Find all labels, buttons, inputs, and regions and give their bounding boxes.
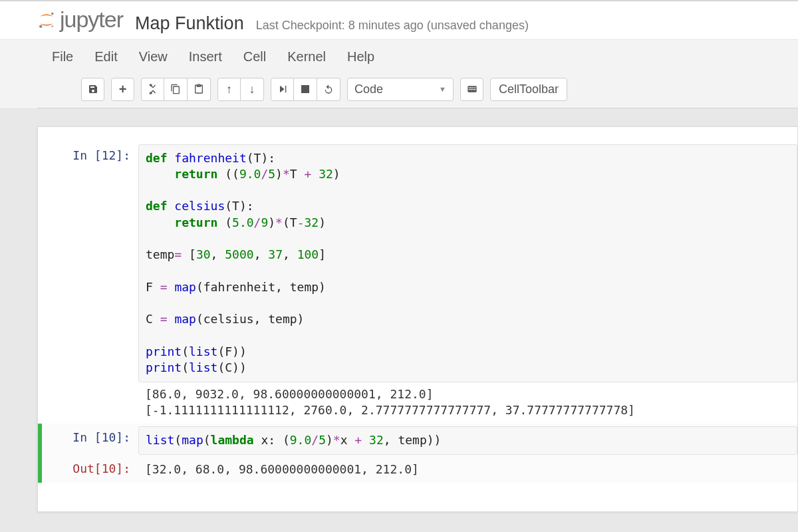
code-cell[interactable]: In [12]: def fahrenheit(T): return ((9.0… [38, 142, 797, 424]
keyboard-icon [467, 84, 477, 94]
input-prompt: In [10]: [42, 426, 138, 454]
move-up-button[interactable]: ↑ [217, 78, 241, 101]
celltype-selected-value: Code [354, 82, 383, 96]
menu-cell[interactable]: Cell [243, 49, 266, 65]
cell-body: list(map(lambda x: (9.0/5)*x + 32, temp)… [138, 426, 797, 454]
cell-toolbar-button[interactable]: CellToolbar [490, 78, 567, 101]
move-down-button[interactable]: ↓ [241, 78, 264, 101]
cell-body: def fahrenheit(T): return ((9.0/5)*T + 3… [138, 144, 797, 422]
menu-kernel[interactable]: Kernel [287, 49, 326, 65]
plus-icon: + [119, 82, 127, 97]
restart-icon [323, 84, 334, 94]
stdout-output: [86.0, 9032.0, 98.60000000000001, 212.0]… [138, 382, 797, 422]
add-cell-button[interactable]: + [111, 78, 134, 101]
notebook-header: jupyter Map Funktion Last Checkpoint: 8 … [0, 0, 798, 40]
step-forward-icon [277, 84, 288, 94]
save-icon [88, 84, 98, 94]
execute-result: [32.0, 68.0, 98.60000000000001, 212.0] [138, 458, 797, 480]
input-prompt: In [12]: [42, 144, 138, 422]
notebook-title[interactable]: Map Funktion [135, 13, 244, 34]
scissors-icon [148, 84, 158, 94]
paste-icon [194, 84, 204, 94]
code-input-area[interactable]: def fahrenheit(T): return ((9.0/5)*T + 3… [138, 144, 797, 382]
stop-icon [301, 85, 309, 93]
copy-icon [170, 84, 181, 94]
menu-help[interactable]: Help [347, 49, 374, 65]
save-button[interactable] [81, 78, 104, 101]
copy-button[interactable] [164, 78, 188, 101]
cell-body: [32.0, 68.0, 98.60000000000001, 212.0] [138, 458, 797, 480]
cell-toolbar-label: CellToolbar [499, 82, 559, 96]
svg-point-1 [39, 25, 42, 27]
jupyter-wordmark: jupyter [60, 7, 123, 33]
paste-button[interactable] [188, 78, 211, 101]
jupyter-logo[interactable]: jupyter [37, 7, 123, 33]
arrow-up-icon: ↑ [226, 82, 232, 96]
menu-insert[interactable]: Insert [189, 49, 222, 65]
code-input-area[interactable]: list(map(lambda x: (9.0/5)*x + 32, temp)… [138, 426, 797, 454]
menu-view[interactable]: View [139, 49, 168, 65]
interrupt-button[interactable] [294, 78, 317, 101]
restart-button[interactable] [317, 78, 340, 101]
menu-edit[interactable]: Edit [94, 49, 117, 65]
celltype-select[interactable]: Code [347, 78, 454, 101]
run-button[interactable] [271, 78, 294, 101]
arrow-down-icon: ↓ [249, 82, 255, 96]
svg-point-0 [51, 12, 54, 15]
output-row: Out[10]: [32.0, 68.0, 98.60000000000001,… [38, 458, 797, 483]
svg-point-2 [51, 25, 53, 27]
output-prompt: Out[10]: [42, 458, 138, 480]
checkpoint-status: Last Checkpoint: 8 minutes ago (unsaved … [256, 19, 529, 33]
command-palette-button[interactable] [460, 78, 483, 101]
code-cell[interactable]: In [10]: list(map(lambda x: (9.0/5)*x + … [38, 424, 797, 457]
menubar-container: File Edit View Insert Cell Kernel Help + [0, 40, 798, 109]
menubar: File Edit View Insert Cell Kernel Help [37, 40, 798, 74]
menu-file[interactable]: File [52, 49, 73, 65]
notebook-container: In [12]: def fahrenheit(T): return ((9.0… [37, 126, 798, 512]
toolbar: + ↑ ↓ [37, 74, 798, 108]
jupyter-icon [37, 11, 56, 29]
cut-button[interactable] [141, 78, 164, 101]
